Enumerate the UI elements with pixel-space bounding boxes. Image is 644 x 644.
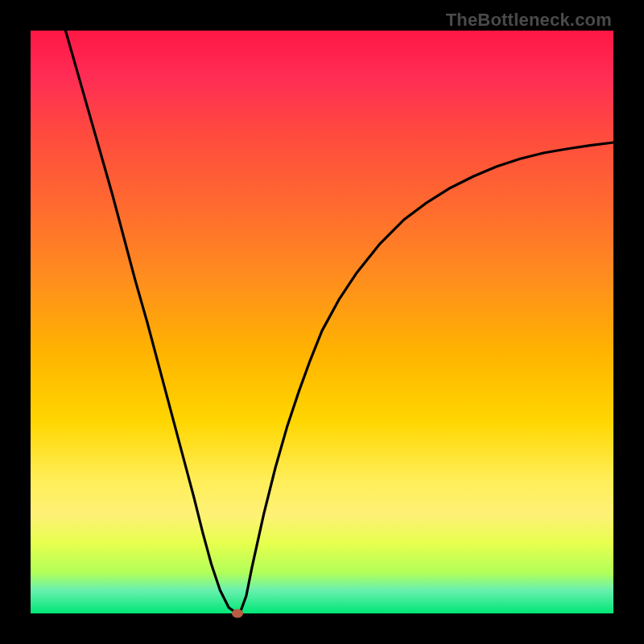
bottleneck-curve xyxy=(31,31,613,613)
chart-frame: TheBottleneck.com xyxy=(0,0,644,644)
watermark-text: TheBottleneck.com xyxy=(446,10,612,31)
min-marker xyxy=(232,609,243,618)
